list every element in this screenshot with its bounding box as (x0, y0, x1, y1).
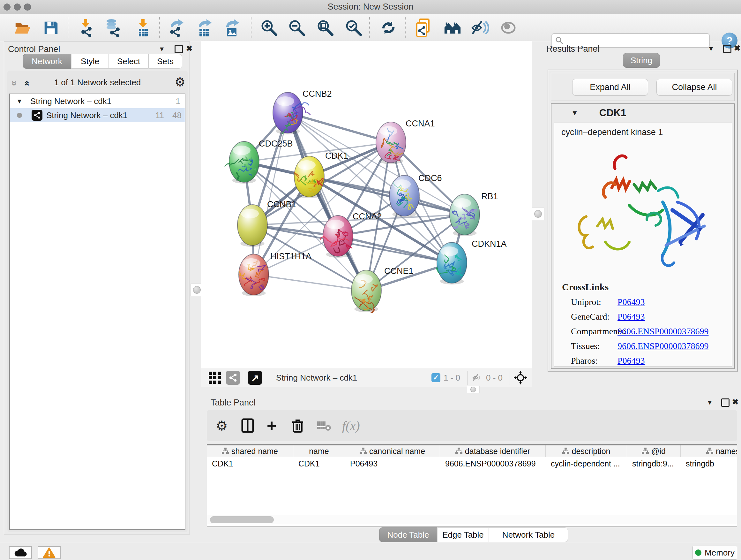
zoom-in-icon[interactable] (260, 18, 278, 37)
export-network-icon[interactable] (167, 18, 186, 37)
export-table-icon[interactable] (195, 18, 214, 37)
show-all-networks-icon[interactable] (443, 18, 462, 37)
tab-select[interactable]: Select (109, 54, 148, 69)
results-panel-close-icon[interactable]: ✖ (734, 44, 740, 52)
import-table-icon[interactable] (134, 18, 152, 37)
table-cell[interactable]: 9606.ENSP00000378699 (440, 457, 546, 470)
control-panel-float-icon[interactable] (175, 45, 183, 53)
network-node-CCNE1[interactable] (351, 270, 381, 313)
tab-sets[interactable]: Sets (148, 54, 182, 69)
selected-count-checkbox-icon[interactable]: ✓ (431, 373, 441, 382)
column-header-label: database identifier (465, 447, 530, 456)
column-header-canonical-name[interactable]: canonical name (345, 445, 440, 457)
table-cell[interactable]: CDK1 (207, 457, 293, 470)
network-node-CCNA1[interactable] (376, 122, 406, 164)
network-list: ▼ String Network – cdk1 1 String Network… (9, 94, 185, 530)
column-header-@id[interactable]: @id (627, 445, 681, 457)
column-header-description[interactable]: description (546, 445, 627, 457)
control-panel-close-icon[interactable]: ✖ (186, 45, 192, 52)
save-session-icon[interactable] (42, 18, 60, 37)
network-node-CDKN1A[interactable] (436, 242, 467, 285)
expand-all-button[interactable]: Expand All (572, 79, 648, 96)
memory-button[interactable]: Memory (692, 546, 737, 560)
show-selected-icon[interactable] (499, 18, 518, 37)
crosslink-link[interactable]: 9606.ENSP00000378699 (617, 326, 709, 336)
column-header-label: description (572, 447, 610, 456)
table-cell[interactable]: P06493 (345, 457, 440, 470)
network-edge-HIST1H1A-CCNE1[interactable] (254, 274, 366, 291)
hide-selected-icon[interactable] (471, 18, 489, 37)
import-network-icon[interactable] (77, 18, 96, 37)
zoom-selected-icon[interactable] (344, 18, 363, 37)
results-panel-float-icon[interactable] (723, 45, 731, 53)
column-header-shared-name[interactable]: shared name (207, 445, 293, 457)
collection-expand-icon[interactable]: ▼ (16, 98, 23, 105)
network-list-options-gear-icon[interactable]: ⚙ (175, 75, 185, 89)
network-type-share-icon[interactable] (226, 371, 240, 385)
toolbar-separator (369, 17, 370, 38)
network-status-dot (17, 113, 22, 118)
network-edge-CCNB2-CCNE1[interactable] (288, 113, 366, 291)
table-panel-collapse-icon[interactable]: ▾ (708, 398, 712, 406)
tab-edge-table[interactable]: Edge Table (437, 527, 489, 542)
crosslink-link[interactable]: P06493 (617, 356, 645, 366)
table-panel-float-icon[interactable] (721, 398, 730, 407)
node-result-header[interactable]: ▼ CDK1 (551, 104, 734, 122)
network-node-CCNB1[interactable] (238, 205, 267, 247)
update-icon[interactable] (379, 18, 398, 37)
add-row-icon[interactable]: + (267, 417, 276, 434)
clone-network-icon[interactable] (414, 18, 433, 37)
detach-view-icon[interactable]: ↗ (248, 371, 262, 385)
network-canvas[interactable]: CCNB2CCNA1CDC25BCDK1CDC6RB1CCNB1CCNA2CDK… (201, 41, 532, 368)
network-row-selected[interactable]: String Network – cdk1 11 48 (10, 108, 185, 122)
cloud-status-button[interactable] (9, 546, 32, 559)
tab-network-table[interactable]: Network Table (489, 527, 568, 542)
node-result-expand-icon[interactable]: ▼ (571, 109, 578, 117)
tab-network[interactable]: Network (23, 54, 71, 69)
table-cell[interactable]: CDK1 (293, 457, 345, 470)
results-panel-collapse-icon[interactable]: ▾ (709, 45, 713, 52)
collapse-all-button[interactable]: Collapse All (657, 79, 732, 96)
protein-structure-image (567, 146, 714, 274)
tab-string[interactable]: String (623, 53, 660, 68)
horizontal-splitter-handle[interactable] (467, 386, 480, 393)
birds-eye-view-icon[interactable] (514, 371, 527, 384)
table-cell[interactable]: stringdb:9... (627, 457, 681, 470)
table-cell[interactable]: stringdb (681, 457, 737, 470)
export-image-icon[interactable] (223, 18, 241, 37)
tab-node-table[interactable]: Node Table (379, 527, 437, 542)
control-panel-collapse-icon[interactable]: ▾ (160, 45, 164, 53)
network-node-CDC25B[interactable] (225, 141, 259, 184)
delete-column-trash-icon[interactable] (292, 417, 304, 434)
crosslink-link[interactable]: P06493 (617, 312, 645, 322)
column-header-namespace[interactable]: namespace (681, 445, 737, 457)
crosslink-link[interactable]: 9606.ENSP00000378699 (617, 341, 709, 351)
tab-style[interactable]: Style (71, 54, 109, 69)
table-horizontal-scrollbar[interactable] (207, 515, 737, 524)
node-label-HIST1H1A: HIST1H1A (270, 252, 312, 261)
open-session-icon[interactable] (13, 18, 31, 37)
column-header-database-identifier[interactable]: database identifier (440, 445, 546, 457)
import-network-from-database-icon[interactable] (104, 18, 123, 37)
zoom-fit-icon[interactable] (316, 18, 334, 37)
network-edge-CCNB2-HIST1H1A[interactable] (254, 113, 288, 274)
grid-view-icon[interactable] (209, 372, 221, 384)
table-options-gear-icon[interactable]: ⚙ (216, 417, 228, 434)
network-collection-row[interactable]: ▼ String Network – cdk1 1 (10, 94, 185, 108)
table-panel-close-icon[interactable]: ✖ (732, 398, 738, 406)
column-header-label: shared name (231, 447, 278, 456)
table-row[interactable]: CDK1CDK1P064939606.ENSP00000378699cyclin… (207, 457, 737, 470)
create-column-icon[interactable] (241, 417, 254, 434)
scrollbar-thumb[interactable] (210, 516, 274, 523)
column-header-name[interactable]: name (293, 445, 345, 457)
zoom-out-icon[interactable] (287, 18, 306, 37)
crosslink-link[interactable]: P06493 (617, 297, 645, 307)
table-cell[interactable]: cyclin-dependent ... (546, 457, 627, 470)
main-toolbar: ? (0, 14, 741, 41)
crosslink-row: GeneCard:P06493 (554, 312, 732, 322)
separator (244, 371, 244, 385)
network-node-RB1[interactable] (450, 194, 480, 236)
network-node-HIST1H1A[interactable] (239, 254, 269, 296)
warning-status-button[interactable] (38, 546, 61, 559)
hidden-count-eye-icon[interactable] (471, 373, 483, 382)
